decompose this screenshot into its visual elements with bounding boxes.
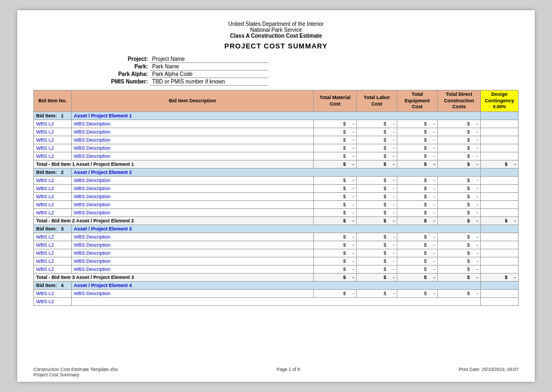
- wbs-level: WBS L2: [34, 201, 72, 209]
- wbs-design-cell: [481, 120, 519, 128]
- wbs-direct-cost: $ -: [438, 265, 481, 274]
- wbs-labor-cost: $ -: [357, 257, 397, 265]
- wbs-description: WBS Description: [72, 144, 314, 152]
- th-total-labor-cost: Total Labor Cost: [357, 90, 397, 112]
- design-contingency-pct: 0.00%: [493, 104, 506, 109]
- wbs-material-cost: $ -: [314, 193, 357, 201]
- total-labor: $ -: [357, 274, 397, 282]
- wbs-design-cell: [481, 128, 519, 136]
- pmis-value: TBD or PMIS number if known: [150, 78, 268, 86]
- wbs-material-cost: $ -: [314, 185, 357, 193]
- wbs-direct-cost: $ -: [438, 249, 481, 257]
- total-equipment: $ -: [397, 217, 438, 225]
- wbs-labor-cost: $ -: [357, 120, 397, 128]
- wbs-labor-cost: $ -: [357, 193, 397, 201]
- wbs-material-cost: $ -: [314, 265, 357, 274]
- wbs-description: WBS Description: [72, 249, 314, 257]
- bid-item-number: Bid Item: 2: [34, 169, 72, 177]
- wbs-labor-cost: $ -: [357, 128, 397, 136]
- bid-item-design-cell: [481, 225, 519, 233]
- page-footer: Construction Cost Estimate Template.xlsx…: [33, 367, 519, 377]
- wbs-level: WBS L2: [34, 265, 72, 274]
- total-design: $ -: [481, 160, 519, 169]
- wbs-equipment-cost: $ -: [397, 185, 438, 193]
- wbs-design-cell: [481, 209, 519, 217]
- wbs-level: WBS L2: [34, 241, 72, 249]
- wbs-material-cost: $ -: [314, 249, 357, 257]
- wbs-equipment-cost: $ -: [397, 265, 438, 274]
- wbs-detail-row: WBS L2 WBS Description $ - $ - $ - $ -: [34, 152, 519, 160]
- agency-line2: National Park Service: [33, 27, 519, 33]
- bid-item-design-cell: [481, 282, 519, 290]
- th-total-direct-construction-costs: Total Direct Construction Costs: [438, 90, 481, 112]
- wbs-level: WBS L2: [34, 249, 72, 257]
- wbs-detail-row: WBS L2 WBS Description $ - $ - $ - $ -: [34, 177, 519, 185]
- doc-title: Class A Construction Cost Estimate: [33, 33, 519, 39]
- th-bid-item-no: Bid Item No.: [34, 90, 72, 112]
- page-title: PROJECT COST SUMMARY: [33, 42, 519, 50]
- total-equipment: $ -: [397, 274, 438, 282]
- wbs-material-cost: $ -: [314, 177, 357, 185]
- total-labor: $ -: [357, 217, 397, 225]
- wbs-description: WBS Description: [72, 152, 314, 160]
- bid-item-number: Bid Item: 3: [34, 225, 72, 233]
- wbs-detail-row: WBS L2 WBS Description $ - $ - $ - $ -: [34, 241, 519, 249]
- wbs-material-cost: $ -: [314, 152, 357, 160]
- wbs-labor-cost: $ -: [357, 249, 397, 257]
- bid-item-design-cell: [481, 112, 519, 120]
- bid-item-row: Bid Item: 2 Asset / Project Element 2: [34, 169, 519, 177]
- design-contingency-label: Design Contingency: [485, 92, 514, 103]
- wbs-direct-cost: $ -: [438, 152, 481, 160]
- wbs-equipment-cost: $ -: [397, 249, 438, 257]
- footer-page: Page 1 of 8: [277, 367, 300, 377]
- wbs-material-cost: $ -: [314, 290, 357, 298]
- wbs-level-empty: WBS L2: [34, 298, 72, 306]
- park-label: Park:: [109, 63, 150, 71]
- wbs-level: WBS L2: [34, 152, 72, 160]
- wbs-equipment-cost: $ -: [397, 193, 438, 201]
- th-total-equipment-cost: Total Equipment Cost: [397, 90, 438, 112]
- wbs-level: WBS L2: [34, 136, 72, 144]
- total-direct: $ -: [438, 160, 481, 169]
- total-row-label: Total - Bid Item 3 Asset / Project Eleme…: [34, 274, 314, 282]
- wbs-direct-cost: $ -: [438, 185, 481, 193]
- wbs-direct-cost: $ -: [438, 177, 481, 185]
- wbs-detail-row: WBS L2 WBS Description $ - $ - $ - $ -: [34, 209, 519, 217]
- wbs-description: WBS Description: [72, 193, 314, 201]
- wbs-level: WBS L2: [34, 209, 72, 217]
- wbs-material-cost: $ -: [314, 209, 357, 217]
- wbs-equipment-cost: $ -: [397, 120, 438, 128]
- wbs-direct-cost: $ -: [438, 290, 481, 298]
- total-labor: $ -: [357, 160, 397, 169]
- total-equipment: $ -: [397, 160, 438, 169]
- wbs-description: WBS Description: [72, 177, 314, 185]
- wbs-description: WBS Description: [72, 136, 314, 144]
- wbs-equipment-cost: $ -: [397, 290, 438, 298]
- total-row-label: Total - Bid Item 2 Asset / Project Eleme…: [34, 217, 314, 225]
- wbs-direct-cost: $ -: [438, 193, 481, 201]
- wbs-equipment-cost: $ -: [397, 128, 438, 136]
- wbs-labor-cost: $ -: [357, 265, 397, 274]
- bid-item-total-row: Total - Bid Item 3 Asset / Project Eleme…: [34, 274, 519, 282]
- agency-line1: United States Department of the Interior: [33, 21, 519, 27]
- total-material: $ -: [314, 274, 357, 282]
- wbs-design-cell: [481, 185, 519, 193]
- wbs-direct-cost: $ -: [438, 136, 481, 144]
- park-alpha-value: Park Alpha Code: [150, 71, 268, 78]
- wbs-equipment-cost: $ -: [397, 257, 438, 265]
- bid-item-total-row: Total - Bid Item 1 Asset / Project Eleme…: [34, 160, 519, 169]
- wbs-description: WBS Description: [72, 209, 314, 217]
- wbs-material-cost: $ -: [314, 128, 357, 136]
- wbs-direct-cost: $ -: [438, 241, 481, 249]
- wbs-direct-cost: $ -: [438, 128, 481, 136]
- wbs-level: WBS L2: [34, 177, 72, 185]
- wbs-level: WBS L2: [34, 257, 72, 265]
- wbs-design-cell: [481, 241, 519, 249]
- total-design: $ -: [481, 274, 519, 282]
- wbs-equipment-cost: $ -: [397, 233, 438, 241]
- project-label: Project:: [109, 55, 150, 63]
- wbs-description: WBS Description: [72, 185, 314, 193]
- bid-item-asset-name: Asset / Project Element 3: [72, 225, 481, 233]
- wbs-material-cost: $ -: [314, 136, 357, 144]
- bid-item-row: Bid Item: 3 Asset / Project Element 3: [34, 225, 519, 233]
